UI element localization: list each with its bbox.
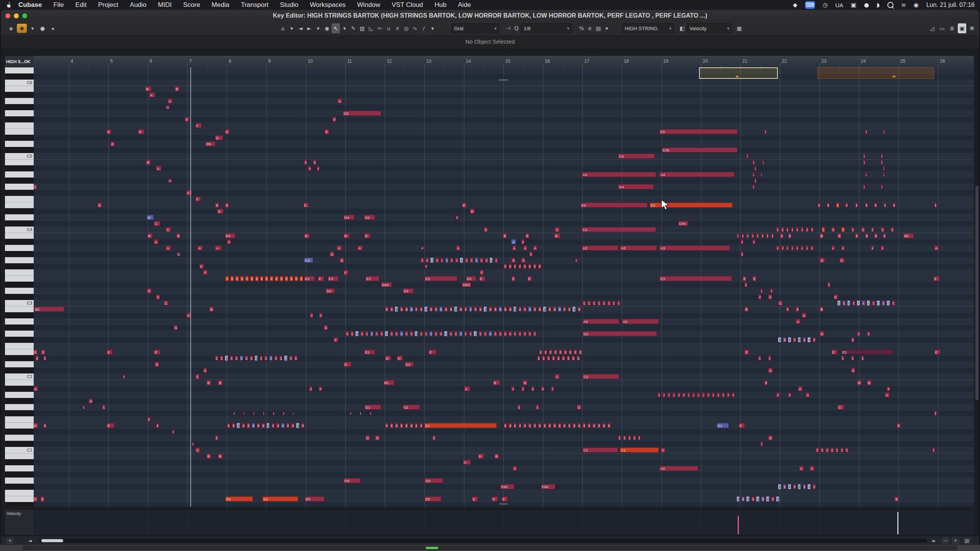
- midi-note[interactable]: C: [786, 227, 789, 232]
- midi-note[interactable]: G: [493, 331, 497, 336]
- midi-note[interactable]: E0: [424, 496, 441, 502]
- midi-note[interactable]: G: [385, 331, 388, 336]
- acoustic-feedback-icon[interactable]: ◉: [323, 23, 331, 33]
- midi-note[interactable]: E: [756, 496, 760, 502]
- midi-note[interactable]: D: [365, 435, 370, 440]
- midi-note[interactable]: B: [444, 306, 448, 312]
- midi-note[interactable]: E: [247, 423, 250, 428]
- midi-note[interactable]: A: [885, 392, 890, 398]
- midi-note[interactable]: B: [304, 233, 310, 238]
- midi-note[interactable]: F: [812, 484, 816, 489]
- midi-note[interactable]: D: [638, 435, 641, 440]
- midi-note[interactable]: D: [567, 355, 570, 361]
- midi-note[interactable]: B: [744, 306, 748, 312]
- midi-note[interactable]: G: [455, 258, 458, 263]
- midi-note[interactable]: F: [262, 411, 265, 416]
- midi-note[interactable]: A: [215, 245, 221, 251]
- midi-note[interactable]: E1: [717, 423, 729, 428]
- midi-note[interactable]: C: [890, 227, 894, 232]
- midi-note[interactable]: B: [837, 233, 841, 238]
- midi-note[interactable]: E: [318, 276, 324, 281]
- midi-note[interactable]: A: [752, 239, 755, 245]
- midi-note[interactable]: A: [662, 392, 665, 398]
- midi-note[interactable]: F: [538, 264, 541, 269]
- midi-note[interactable]: F: [533, 264, 536, 269]
- midi-note[interactable]: G: [345, 331, 349, 336]
- midi-note[interactable]: C: [617, 300, 621, 306]
- midi-note[interactable]: C: [882, 300, 885, 306]
- midi-note[interactable]: A: [799, 466, 804, 471]
- midi-note[interactable]: D: [225, 355, 228, 361]
- midi-note[interactable]: F: [343, 270, 348, 275]
- midi-note[interactable]: B: [538, 306, 541, 312]
- midi-note[interactable]: G: [498, 331, 502, 336]
- midi-note[interactable]: A4: [659, 172, 735, 177]
- midi-note[interactable]: C: [892, 300, 895, 306]
- midi-note[interactable]: B: [145, 86, 152, 91]
- timeline-ruler[interactable]: 4567891011121314151617181920212223242526: [34, 56, 974, 68]
- midi-note[interactable]: E: [296, 423, 299, 428]
- midi-note[interactable]: A: [883, 172, 885, 177]
- midi-note[interactable]: G: [390, 331, 393, 336]
- midi-note[interactable]: E: [553, 423, 556, 428]
- midi-note[interactable]: A: [154, 239, 158, 245]
- midi-note[interactable]: B: [218, 453, 223, 459]
- midi-note[interactable]: G: [415, 331, 418, 336]
- midi-note[interactable]: E: [256, 423, 260, 428]
- midi-note[interactable]: G4: [618, 184, 653, 189]
- midi-note[interactable]: C: [830, 447, 834, 453]
- midi-note[interactable]: C: [122, 374, 126, 379]
- midi-note[interactable]: G: [330, 251, 335, 257]
- midi-note[interactable]: A: [511, 386, 514, 391]
- piano-keyboard[interactable]: C1C2C3C4C5C6: [5, 67, 34, 507]
- midi-note[interactable]: E: [286, 423, 289, 428]
- midi-note[interactable]: D4: [364, 215, 375, 220]
- midi-note[interactable]: E: [420, 423, 423, 428]
- midi-note[interactable]: E: [299, 276, 303, 281]
- midi-note[interactable]: B: [762, 160, 764, 165]
- midi-note[interactable]: D: [215, 435, 218, 440]
- midi-note[interactable]: A: [865, 172, 867, 177]
- menu-midi[interactable]: MIDI: [158, 1, 172, 8]
- midi-note[interactable]: E: [324, 129, 329, 134]
- vertical-scrollbar-thumb[interactable]: [975, 186, 978, 400]
- midi-note[interactable]: A: [800, 245, 804, 251]
- search-icon[interactable]: [887, 2, 893, 8]
- controller-lane-select[interactable]: Velocity▾: [687, 23, 732, 33]
- midi-note[interactable]: E: [225, 129, 230, 134]
- midi-note[interactable]: G: [365, 331, 369, 336]
- midi-note[interactable]: F: [803, 337, 806, 342]
- midi-note[interactable]: C: [758, 294, 761, 300]
- midi-note[interactable]: E: [817, 202, 820, 208]
- midi-note[interactable]: E: [742, 276, 746, 281]
- midi-note[interactable]: D: [552, 355, 555, 361]
- midi-note[interactable]: E: [582, 423, 586, 428]
- midi-note[interactable]: B: [405, 306, 408, 312]
- midi-note[interactable]: E: [227, 423, 230, 428]
- midi-note[interactable]: E: [245, 276, 249, 281]
- midi-note[interactable]: A: [781, 245, 784, 251]
- black-key[interactable]: [5, 441, 34, 447]
- midi-note[interactable]: B: [498, 306, 502, 312]
- midi-note[interactable]: G1: [403, 404, 420, 410]
- midi-note[interactable]: A: [337, 98, 342, 104]
- midi-note[interactable]: G: [819, 331, 824, 336]
- midi-note[interactable]: F: [788, 337, 791, 342]
- midi-note[interactable]: E3: [424, 276, 457, 281]
- menu-vst-cloud[interactable]: VST Cloud: [392, 1, 423, 8]
- midi-note[interactable]: B: [563, 306, 566, 312]
- midi-note[interactable]: C: [805, 227, 808, 232]
- midi-note[interactable]: E: [385, 423, 388, 428]
- zoom-in-button[interactable]: +: [952, 537, 959, 544]
- midi-note[interactable]: B: [865, 233, 868, 238]
- midi-note[interactable]: B: [420, 306, 423, 312]
- midi-note[interactable]: A: [308, 166, 311, 171]
- midi-note[interactable]: G: [370, 331, 374, 336]
- midi-note[interactable]: G: [165, 104, 170, 110]
- display-icon[interactable]: ▣: [851, 2, 856, 8]
- midi-note[interactable]: A: [788, 392, 791, 398]
- midi-note[interactable]: G: [503, 331, 507, 336]
- midi-note[interactable]: B1: [383, 380, 394, 385]
- midi-note[interactable]: A: [336, 245, 342, 251]
- black-key[interactable]: [5, 282, 34, 288]
